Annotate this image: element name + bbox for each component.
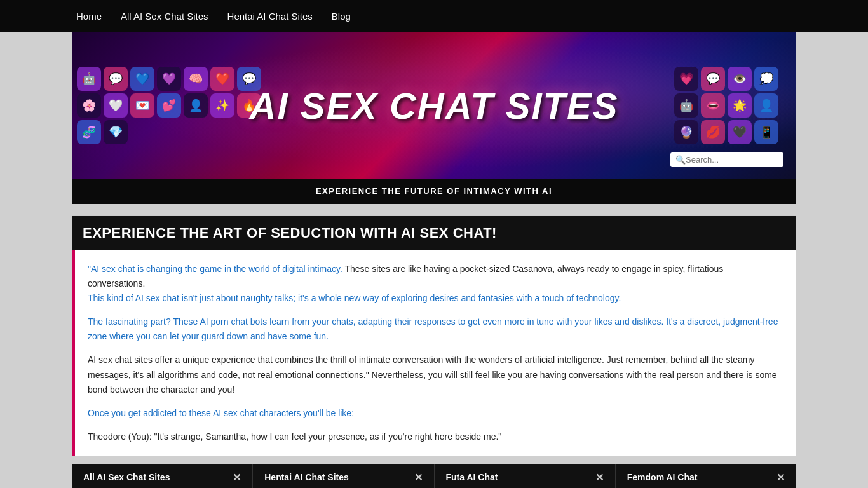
deco-r11-icon: 🖤 (728, 120, 752, 144)
tab-all-ai-close[interactable]: ✕ (233, 471, 241, 484)
article-para-4: Once you get addicted to these AI sex ch… (88, 406, 783, 421)
main-nav: Home All AI Sex Chat Sites Hentai AI Cha… (0, 0, 868, 32)
tab-futa-ai-chat[interactable]: Futa AI Chat ✕ (435, 464, 616, 488)
deco-r7-icon: 🌟 (728, 93, 752, 118)
article-body: "AI sex chat is changing the game in the… (72, 250, 796, 456)
subtitle-bar: EXPERIENCE THE FUTURE OF INTIMACY WITH A… (72, 179, 796, 204)
nav-all-ai-sex-chat[interactable]: All AI Sex Chat Sites (121, 11, 208, 22)
deco-r9-icon: 🔮 (674, 120, 698, 144)
tab-futa-label: Futa AI Chat (446, 472, 498, 482)
article-para-5: Theodore (You): "It's strange, Samantha,… (88, 430, 783, 444)
deco-person-icon: 👤 (184, 93, 208, 118)
para1-text3: This kind of AI sex chat isn't just abou… (88, 293, 621, 303)
tab-femdom-label: Femdom AI Chat (627, 472, 698, 482)
article-section: EXPERIENCE THE ART OF SEDUCTION WITH AI … (72, 215, 796, 456)
deco-star-icon: 💙 (130, 67, 154, 91)
deco-mind-icon: 🧬 (77, 120, 101, 144)
para4-text: Once you get addicted to these AI sex ch… (88, 408, 354, 418)
deco-ai-icon: 🤍 (104, 93, 128, 118)
article-para-3: AI sex chat sites offer a unique experie… (88, 353, 783, 396)
deco-r8-icon: 👤 (754, 93, 778, 118)
deco-heart-icon: 🤖 (77, 67, 101, 91)
deco-r12-icon: 📱 (754, 120, 778, 144)
deco-love-icon: ❤️ (210, 67, 234, 91)
tab-hentai-label: Hentai AI Chat Sites (264, 472, 349, 482)
hero-deco-left: 🤖 💬 💙 💜 🧠 ❤️ 💬 🌸 🤍 💌 💕 👤 ✨ 🔥 🧬 💎 (72, 32, 269, 179)
hero-banner: 🤖 💬 💙 💜 🧠 ❤️ 💬 🌸 🤍 💌 💕 👤 ✨ 🔥 🧬 💎 AI SEX … (72, 32, 796, 179)
search-input[interactable] (686, 155, 775, 165)
para1-text1: "AI sex chat is changing the game in the… (88, 264, 342, 274)
search-icon: 🔍 (675, 155, 686, 165)
tab-femdom-close[interactable]: ✕ (776, 471, 785, 484)
article-title: EXPERIENCE THE ART OF SEDUCTION WITH AI … (83, 225, 785, 241)
nav-blog[interactable]: Blog (332, 11, 351, 22)
deco-r1-icon: 💗 (674, 67, 698, 91)
article-para-1: "AI sex chat is changing the game in the… (88, 262, 783, 306)
tab-futa-close[interactable]: ✕ (595, 471, 604, 484)
bottom-tabs-bar: All AI Sex Chat Sites ✕ Hentai AI Chat S… (72, 464, 796, 488)
main-wrapper: EXPERIENCE THE ART OF SEDUCTION WITH AI … (72, 215, 796, 456)
hero-search-box: 🔍 (670, 152, 783, 167)
deco-msg-icon: 💌 (130, 93, 154, 118)
subtitle-text: EXPERIENCE THE FUTURE OF INTIMACY WITH A… (316, 186, 552, 196)
tab-all-ai-label: All AI Sex Chat Sites (83, 472, 170, 482)
deco-face-icon: 🌸 (77, 93, 101, 118)
deco-heart2-icon: 💜 (157, 67, 181, 91)
deco-r3-icon: 👁️ (728, 67, 752, 91)
article-header: EXPERIENCE THE ART OF SEDUCTION WITH AI … (72, 216, 796, 250)
tab-femdom-ai-chat[interactable]: Femdom AI Chat ✕ (616, 464, 796, 488)
deco-glow-icon: ✨ (210, 93, 234, 118)
deco-r10-icon: 💋 (701, 120, 725, 144)
deco-chat-icon: 💬 (104, 67, 128, 91)
deco-r6-icon: 👄 (701, 93, 725, 118)
deco-r4-icon: 💭 (754, 67, 778, 91)
hero-title: AI SEX CHAT SITES (250, 85, 619, 127)
nav-hentai-ai-chat[interactable]: Hentai AI Chat Sites (227, 11, 313, 22)
article-para-2: The fascinating part? These AI porn chat… (88, 315, 783, 344)
deco-heart3-icon: 💕 (157, 93, 181, 118)
tab-hentai-close[interactable]: ✕ (414, 471, 423, 484)
tab-hentai-ai-chat[interactable]: Hentai AI Chat Sites ✕ (253, 464, 434, 488)
para2-text1: The fascinating part? These AI porn chat… (88, 316, 778, 341)
deco-brain-icon: 🧠 (184, 67, 208, 91)
tab-all-ai-sex-chat[interactable]: All AI Sex Chat Sites ✕ (72, 464, 253, 488)
deco-extra-icon: 💎 (104, 120, 128, 144)
nav-home[interactable]: Home (76, 11, 102, 22)
deco-r5-icon: 🤖 (674, 93, 698, 118)
deco-r2-icon: 💬 (701, 67, 725, 91)
